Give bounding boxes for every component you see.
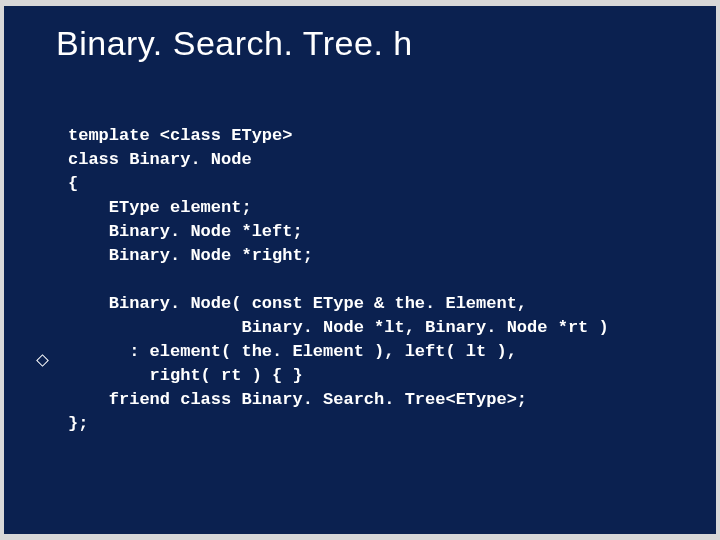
slide-title: Binary. Search. Tree. h [56, 24, 413, 63]
code-line: EType element; [68, 198, 252, 217]
code-line: : element( the. Element ), left( lt ), [68, 342, 517, 361]
code-line: Binary. Node *right; [68, 246, 313, 265]
bullet-diamond-icon [36, 354, 49, 367]
code-line: }; [68, 414, 88, 433]
code-block: template <class EType> class Binary. Nod… [68, 124, 609, 436]
code-line: right( rt ) { } [68, 366, 303, 385]
code-line: { [68, 174, 78, 193]
code-line: Binary. Node( const EType & the. Element… [68, 294, 527, 313]
code-line: Binary. Node *lt, Binary. Node *rt ) [68, 318, 609, 337]
code-line: class Binary. Node [68, 150, 252, 169]
code-line: template <class EType> [68, 126, 292, 145]
code-line: Binary. Node *left; [68, 222, 303, 241]
code-line: friend class Binary. Search. Tree<EType>… [68, 390, 527, 409]
slide: Binary. Search. Tree. h template <class … [4, 6, 716, 534]
